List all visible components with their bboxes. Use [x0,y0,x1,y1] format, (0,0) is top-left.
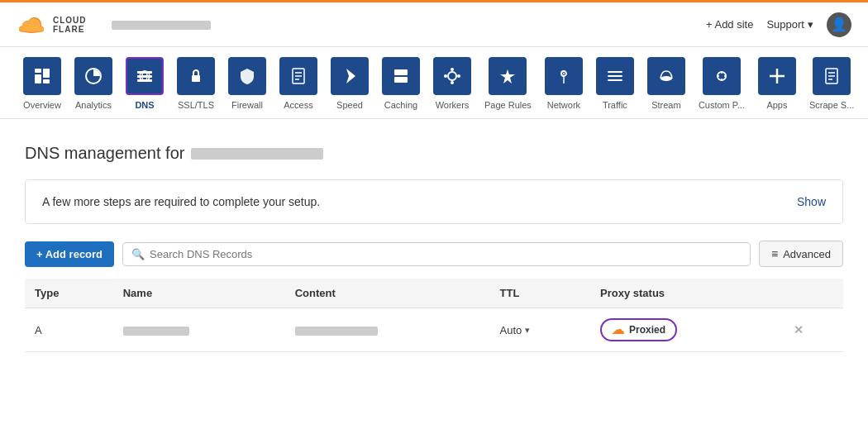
svg-rect-8 [35,69,41,73]
advanced-button[interactable]: ≡ Advanced [759,241,843,267]
ttl-value: Auto [500,324,522,336]
tab-speed-label: Speed [336,100,363,110]
svg-rect-10 [43,69,50,78]
dns-table: Type Name Content TTL Proxy status A Aut… [25,279,843,352]
tab-network[interactable]: Network [538,57,589,118]
tab-stream[interactable]: Stream [641,57,692,118]
tab-custom-pages-label: Custom P... [699,100,745,110]
svg-point-30 [457,74,460,78]
nav-tabs: Overview Analytics DNS SSL/TLS Firewall … [0,47,868,119]
svg-rect-35 [608,75,622,77]
tab-traffic-label: Traffic [603,100,627,110]
col-type: Type [25,279,113,308]
setup-banner-text: A few more steps are required to complet… [42,195,320,208]
search-input[interactable] [150,248,742,260]
tab-page-rules[interactable]: Page Rules [478,57,538,118]
svg-rect-34 [608,71,622,73]
dns-toolbar: + Add record 🔍 ≡ Advanced [25,241,843,267]
add-record-button[interactable]: + Add record [25,241,114,267]
tab-access-label: Access [284,100,312,110]
tab-traffic-icon [596,57,634,95]
table-row: A Auto ▾ ☁ Proxied ✕ [25,308,843,352]
tab-page-rules-icon [489,57,527,95]
ttl-dropdown-arrow[interactable]: ▾ [525,325,530,336]
logo-area: CLOUDFLARE [17,10,87,40]
row-name [113,308,285,352]
svg-rect-7 [19,27,44,31]
tab-stream-icon [647,57,685,95]
tab-ssl-label: SSL/TLS [178,100,214,110]
svg-rect-11 [43,79,50,83]
header: CLOUDFLARE + Add site Support ▾ 👤 [0,2,868,47]
col-actions [784,279,843,308]
show-link[interactable]: Show [797,195,826,208]
tab-access[interactable]: Access [273,57,324,118]
col-ttl: TTL [490,279,590,308]
tab-scrape-label: Scrape S... [809,100,854,110]
tab-workers-label: Workers [436,100,470,110]
proxy-badge[interactable]: ☁ Proxied [600,318,677,341]
user-avatar-button[interactable]: 👤 [827,12,851,37]
tab-apps-icon [758,57,796,95]
row-content [285,308,490,352]
svg-point-29 [444,74,447,78]
tab-analytics-label: Analytics [75,100,112,110]
tab-speed-icon [331,57,369,95]
support-button[interactable]: Support ▾ [766,18,813,31]
tab-ssl-tls[interactable]: SSL/TLS [170,57,222,118]
svg-point-37 [661,76,672,81]
tab-traffic[interactable]: Traffic [589,57,641,118]
setup-banner: A few more steps are required to complet… [25,179,843,224]
tab-speed[interactable]: Speed [324,57,375,118]
tab-overview[interactable]: Overview [17,57,68,118]
tab-workers[interactable]: Workers [427,57,478,118]
svg-rect-36 [608,79,622,81]
page-title-text: DNS management for [25,144,184,163]
col-proxy-status: Proxy status [590,279,784,308]
tab-network-label: Network [547,100,580,110]
tab-analytics[interactable]: Analytics [68,57,119,118]
main-content: DNS management for A few more steps are … [0,119,868,369]
tab-access-icon [279,57,317,95]
tab-firewall-icon [228,57,266,95]
advanced-icon: ≡ [771,247,778,260]
tab-ssl-icon [177,57,215,95]
tab-analytics-icon [74,57,112,95]
tab-network-icon [545,57,583,95]
delete-button[interactable]: ✕ [794,323,804,336]
tab-apps[interactable]: Apps [751,57,803,118]
tab-overview-icon [23,57,61,95]
svg-point-27 [451,68,454,71]
add-site-button[interactable]: + Add site [706,18,753,31]
site-name [112,18,211,31]
svg-marker-31 [500,69,515,83]
tab-scrape-shield[interactable]: Scrape S... [803,57,861,118]
tab-overview-label: Overview [23,100,61,110]
tab-workers-icon [433,57,471,95]
tab-caching-icon [382,57,420,95]
row-proxy-status: ☁ Proxied [590,308,784,352]
page-title: DNS management for [25,144,843,163]
col-content: Content [285,279,490,308]
advanced-label: Advanced [783,248,831,260]
svg-rect-18 [192,75,200,82]
support-label: Support [766,18,804,31]
tab-caching-label: Caching [384,100,417,110]
row-delete: ✕ [784,308,843,352]
user-icon: 👤 [831,17,847,32]
tab-firewall[interactable]: Firewall [222,57,273,118]
tab-page-rules-label: Page Rules [484,100,532,110]
svg-point-33 [563,73,565,74]
tab-dns[interactable]: DNS [119,57,170,118]
tab-stream-label: Stream [651,100,680,110]
search-wrapper: 🔍 [122,242,751,266]
col-name: Name [113,279,285,308]
tab-apps-label: Apps [766,100,787,110]
cloud-icon: ☁ [612,322,624,337]
svg-marker-23 [346,69,355,83]
tab-custom-pages[interactable]: Custom P... [692,57,751,118]
tab-firewall-label: Firewall [231,100,263,110]
tab-caching[interactable]: Caching [375,57,427,118]
svg-rect-25 [394,77,408,83]
header-left: CLOUDFLARE [17,10,211,40]
